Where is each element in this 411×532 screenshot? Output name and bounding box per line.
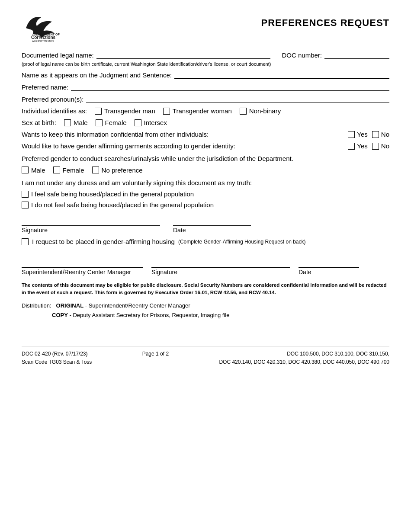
original-label: ORIGINAL [56,302,84,309]
safe-label-1: I feel safe being housed/placed in the g… [31,190,194,198]
preferred-pronoun-row: Preferred pronoun(s): [22,95,389,103]
sex-at-birth-label: Sex at birth: [22,119,56,126]
copy-label: COPY [52,312,68,318]
search-female-checkbox[interactable] [53,167,60,173]
logo-area: DEPARTMENT OF Corrections WASHINGTON STA… [22,13,61,43]
footer-page: Page 1 of 2 [142,350,169,358]
transgender-man-checkbox[interactable] [95,108,102,115]
search-male-checkbox[interactable] [22,167,29,173]
admin-date-block: Date [299,258,359,276]
safe-option-1[interactable]: I feel safe being housed/placed in the g… [22,190,389,198]
housing-request-text: I request to be placed in gender-affirmi… [32,238,175,245]
footer-left: DOC 02-420 (Rev. 07/17/23) Scan Code TG0… [22,350,92,366]
transgender-woman-label: Transgender woman [173,107,232,115]
sex-male[interactable]: Male [64,119,88,126]
svg-text:Corrections: Corrections [31,35,56,40]
name-note: (proof of legal name can be birth certif… [22,61,389,67]
signature-line[interactable] [22,216,160,226]
confidential-text: Wants to keep this information confident… [22,131,344,138]
confidential-no-checkbox[interactable] [372,131,379,138]
search-no-preference-checkbox[interactable] [92,167,99,173]
garments-yes-label: Yes [357,142,367,150]
garments-yes-no: Yes No [348,142,389,150]
signature-block: Signature [22,216,160,234]
safe-checkbox-2[interactable] [22,202,29,208]
search-female-label: Female [63,167,84,174]
search-no-preference[interactable]: No preference [92,167,143,174]
footer-refs-2: DOC 420.140, DOC 420.310, DOC 420.380, D… [219,358,389,366]
doc-logo: DEPARTMENT OF Corrections WASHINGTON STA… [22,13,61,43]
preferred-name-input[interactable] [71,83,389,91]
search-male[interactable]: Male [22,167,45,174]
admin-signature-block: Signature [151,258,290,276]
sex-female[interactable]: Female [96,119,127,126]
judgment-name-row: Name as it appears on the Judgment and S… [22,71,389,79]
identifies-non-binary[interactable]: Non-binary [240,107,281,115]
judgment-name-input[interactable] [174,71,389,79]
preferred-pronoun-input[interactable] [86,95,389,103]
page-title: PREFERENCES REQUEST [261,17,390,29]
garments-no-label: No [381,142,389,150]
signing-statement: I am not under any duress and am volunta… [22,178,389,188]
search-gender-text: Preferred gender to conduct searches/uri… [22,154,389,164]
sex-intersex[interactable]: Intersex [135,119,167,126]
doc-number-input[interactable] [324,51,389,59]
svg-text:WASHINGTON STATE: WASHINGTON STATE [32,40,55,42]
identifies-as-label: Individual identifies as: [22,107,87,115]
male-label: Male [74,119,88,126]
legal-name-label: Documented legal name: [22,51,94,59]
admin-date-label: Date [299,269,359,276]
admin-signature-line[interactable] [151,258,290,268]
safe-label-2: I do not feel safe being housed/placed i… [31,201,214,208]
confidential-no[interactable]: No [372,131,389,138]
legal-name-input[interactable] [96,51,271,59]
confidential-no-label: No [381,131,389,138]
search-male-label: Male [31,167,45,174]
copy-text: - Deputy Assistant Secretary for Prisons… [69,312,229,318]
disclosure-text: The contents of this document may be eli… [22,282,389,297]
garments-text: Would like to have gender affirming garm… [22,142,344,150]
date-block: Date [173,216,251,234]
superintendent-line[interactable] [22,258,143,268]
confidential-yes-checkbox[interactable] [348,131,355,138]
sex-at-birth-row: Sex at birth: Male Female Intersex [22,119,389,126]
legal-name-row: Documented legal name: DOC number: [22,51,389,59]
male-checkbox[interactable] [64,119,71,126]
admin-sig-row: Superintendent/Reentry Center Manager Si… [22,258,389,276]
female-checkbox[interactable] [96,119,103,126]
admin-section: Superintendent/Reentry Center Manager Si… [22,258,389,276]
superintendent-block: Superintendent/Reentry Center Manager [22,258,143,276]
footer-doc-code: DOC 02-420 (Rev. 07/17/23) [22,350,92,358]
admin-signature-label: Signature [151,269,290,276]
footer-scan-code: Scan Code TG03 Scan & Toss [22,358,92,366]
garments-yes[interactable]: Yes [348,142,367,150]
identifies-transgender-woman[interactable]: Transgender woman [163,107,232,115]
housing-request-row[interactable]: I request to be placed in gender-affirmi… [22,238,389,245]
female-label: Female [105,119,127,126]
distribution-label: Distribution: [22,302,51,309]
garments-yes-checkbox[interactable] [348,143,355,150]
intersex-label: Intersex [144,119,167,126]
identifies-transgender-man[interactable]: Transgender man [95,107,155,115]
garments-no-checkbox[interactable] [372,143,379,150]
search-female[interactable]: Female [53,167,84,174]
confidential-yes-label: Yes [357,131,367,138]
safe-option-2[interactable]: I do not feel safe being housed/placed i… [22,201,389,208]
non-binary-checkbox[interactable] [240,108,247,115]
transgender-woman-checkbox[interactable] [163,108,170,115]
footer-center: Page 1 of 2 [142,350,169,366]
confidential-yes-no: Yes No [348,131,389,138]
housing-request-checkbox[interactable] [22,238,29,245]
doc-number-label: DOC number: [282,51,322,59]
date-label: Date [173,227,251,234]
garments-no[interactable]: No [372,142,389,150]
non-binary-label: Non-binary [249,107,281,115]
safe-checkbox-1[interactable] [22,191,29,198]
admin-date-line[interactable] [299,258,359,268]
identifies-as-row: Individual identifies as: Transgender ma… [22,107,389,115]
confidential-yes[interactable]: Yes [348,131,367,138]
intersex-checkbox[interactable] [135,119,141,126]
date-line[interactable] [173,216,251,226]
distribution-section: Distribution: ORIGINAL - Superintendent/… [22,301,389,320]
signature-section: Signature Date [22,216,389,234]
